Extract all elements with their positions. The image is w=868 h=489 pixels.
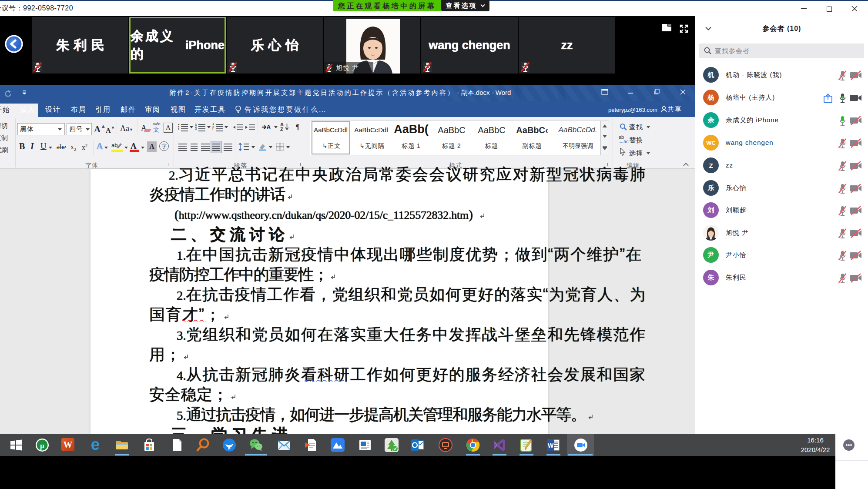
svg-text:W: W — [548, 442, 554, 449]
svg-text:µ: µ — [40, 442, 44, 450]
